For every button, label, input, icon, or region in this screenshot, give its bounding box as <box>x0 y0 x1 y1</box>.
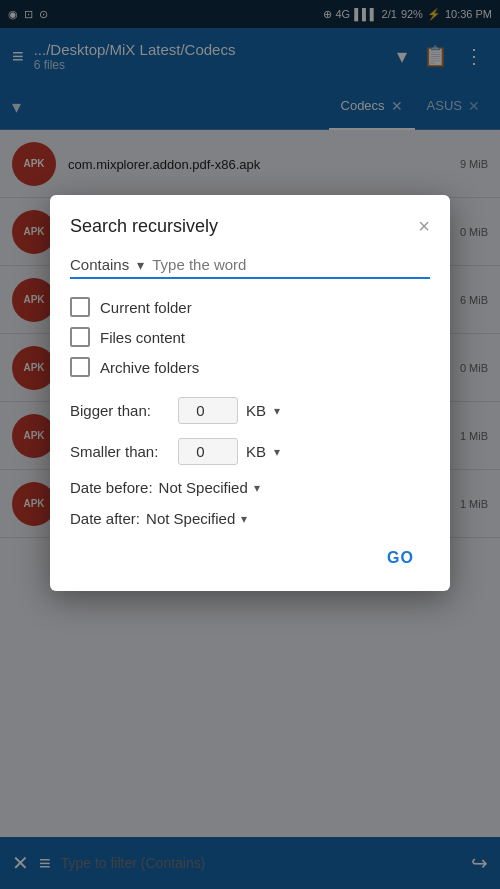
smaller-than-unit-dropdown[interactable]: ▾ <box>274 445 280 459</box>
date-before-label: Date before: <box>70 479 153 496</box>
dialog-header: Search recursively × <box>70 215 430 238</box>
date-after-label: Date after: <box>70 510 140 527</box>
smaller-than-input[interactable] <box>178 438 238 465</box>
search-dialog: Search recursively × Contains ▾ Current … <box>50 195 450 591</box>
checkbox-archive-folders-row[interactable]: Archive folders <box>70 357 430 377</box>
date-before-dropdown[interactable]: ▾ <box>254 481 260 495</box>
checkbox-files-content-label: Files content <box>100 329 185 346</box>
checkbox-group: Current folder Files content Archive fol… <box>70 297 430 377</box>
bigger-than-unit: KB <box>246 402 266 419</box>
bigger-than-label: Bigger than: <box>70 402 170 419</box>
search-row: Contains ▾ <box>70 256 430 279</box>
contains-dropdown-button[interactable]: ▾ <box>137 257 144 273</box>
date-after-row[interactable]: Date after: Not Specified ▾ <box>70 510 430 527</box>
date-before-value: Not Specified <box>159 479 248 496</box>
bigger-than-row: Bigger than: KB ▾ <box>70 397 430 424</box>
smaller-than-unit: KB <box>246 443 266 460</box>
dialog-title: Search recursively <box>70 216 218 237</box>
checkbox-current-folder-label: Current folder <box>100 299 192 316</box>
search-word-input[interactable] <box>152 256 430 273</box>
checkbox-files-content[interactable] <box>70 327 90 347</box>
dialog-close-button[interactable]: × <box>418 215 430 238</box>
bigger-than-input[interactable] <box>178 397 238 424</box>
date-after-dropdown[interactable]: ▾ <box>241 512 247 526</box>
checkbox-files-content-row[interactable]: Files content <box>70 327 430 347</box>
smaller-than-row: Smaller than: KB ▾ <box>70 438 430 465</box>
checkbox-current-folder[interactable] <box>70 297 90 317</box>
date-after-value: Not Specified <box>146 510 235 527</box>
go-button[interactable]: GO <box>371 541 430 575</box>
date-before-row[interactable]: Date before: Not Specified ▾ <box>70 479 430 496</box>
dialog-actions: GO <box>70 541 430 575</box>
contains-label: Contains <box>70 256 129 273</box>
bigger-than-unit-dropdown[interactable]: ▾ <box>274 404 280 418</box>
checkbox-archive-folders-label: Archive folders <box>100 359 199 376</box>
smaller-than-label: Smaller than: <box>70 443 170 460</box>
checkbox-current-folder-row[interactable]: Current folder <box>70 297 430 317</box>
checkbox-archive-folders[interactable] <box>70 357 90 377</box>
